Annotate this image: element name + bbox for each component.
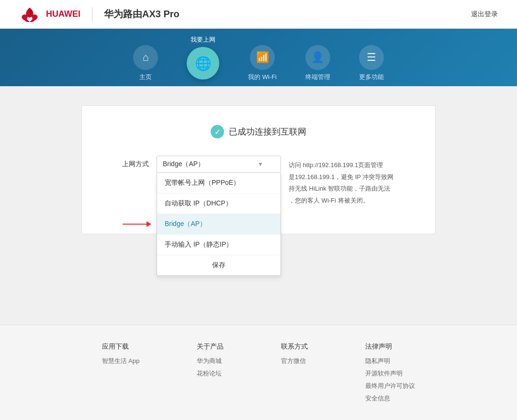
footer-link-opensource[interactable]: 开源软件声明 [365,369,415,378]
brand-name: HUAWEI [46,9,80,19]
main-content: ✓ 已成功连接到互联网 上网方式 Bridge（AP） ▼ 宽带帐号上网（PPP… [0,86,517,325]
nav-item-more[interactable]: ☰ 更多功能 [345,40,398,86]
selected-option-text: Bridge（AP） [163,160,204,169]
nav-wifi-label: 我的 Wi-Fi [248,73,277,81]
arrow-head-icon [146,221,151,227]
main-card: ✓ 已成功连接到互联网 上网方式 Bridge（AP） ▼ 宽带帐号上网（PPP… [81,105,436,234]
more-icon: ☰ [367,51,376,64]
info-text: 访问 http://192.168.199.1页面管理 是192.168.199… [289,159,406,207]
wifi-icon: 📶 [256,51,269,64]
select-display[interactable]: Bridge（AP） ▼ [157,156,281,173]
logo-area: HUAWEI 华为路由AX3 Pro [19,7,180,22]
arrow-indicator [123,221,151,227]
connection-form-row: 上网方式 Bridge（AP） ▼ 宽带帐号上网（PPPoE） 自动获取 IP（… [111,156,406,207]
footer-link-forum[interactable]: 花粉论坛 [197,369,224,378]
dropdown-item-dhcp[interactable]: 自动获取 IP（DHCP） [157,193,281,214]
navigation-bar: ⌂ 主页 我要上网 🌐 📶 我的 Wi-Fi 👤 终端管理 ☰ 更多功能 [0,29,517,86]
home-icon: ⌂ [142,51,148,64]
dropdown-item-bridge-text: Bridge（AP） [165,220,206,227]
footer-title-download: 应用下载 [102,342,140,351]
footer-col-download: 应用下载 智慧生活 App [102,342,140,403]
form-label-internet-mode: 上网方式 [111,156,149,169]
nav-item-home[interactable]: ⌂ 主页 [119,40,172,86]
success-banner: ✓ 已成功连接到互联网 [111,125,406,138]
nav-home-icon-circle: ⌂ [133,45,158,70]
success-message: 已成功连接到互联网 [229,126,306,137]
product-name: 华为路由AX3 Pro [104,8,180,21]
nav-item-wifi[interactable]: 📶 我的 Wi-Fi [234,40,291,86]
nav-internet-icon-circle: 🌐 [187,47,219,79]
footer-link-privacy[interactable]: 隐私声明 [365,357,415,365]
nav-home-label: 主页 [139,73,152,81]
dropdown-item-static[interactable]: 手动输入 IP（静态IP） [157,235,281,255]
footer-title-about: 关于产品 [197,342,224,351]
footer-title-legal: 法律声明 [365,342,415,351]
internet-mode-select: Bridge（AP） ▼ 宽带帐号上网（PPPoE） 自动获取 IP（DHCP） [157,156,281,173]
footer-link-vmall[interactable]: 华为商城 [197,357,224,365]
nav-devices-icon-circle: 👤 [305,45,330,70]
nav-item-internet[interactable]: 我要上网 🌐 [172,31,234,86]
dropdown-item-bridge[interactable]: Bridge（AP） [157,214,281,235]
nav-internet-label: 我要上网 [191,35,215,44]
footer-link-app[interactable]: 智慧生活 App [102,357,140,365]
footer-link-eula[interactable]: 最终用户许可协议 [365,382,415,390]
arrow-line [123,224,146,225]
footer-link-wechat[interactable]: 官方微信 [281,357,308,365]
footer-link-security[interactable]: 安全信息 [365,394,415,403]
success-check-icon: ✓ [211,125,224,138]
logout-button[interactable]: 退出登录 [471,10,498,19]
footer-col-contact: 联系方式 官方微信 [281,342,308,403]
save-button[interactable]: 保存 [157,255,281,275]
footer-title-contact: 联系方式 [281,342,308,351]
nav-more-icon-circle: ☰ [359,45,384,70]
huawei-logo [19,7,40,22]
footer-col-about: 关于产品 华为商城 花粉论坛 [197,342,224,403]
select-wrapper: Bridge（AP） ▼ 宽带帐号上网（PPPoE） 自动获取 IP（DHCP） [157,156,281,173]
footer: 应用下载 智慧生活 App 关于产品 华为商城 花粉论坛 联系方式 官方微信 法… [0,325,517,420]
dropdown-menu: 宽带帐号上网（PPPoE） 自动获取 IP（DHCP） Bridge（AP） 手… [157,173,281,276]
devices-icon: 👤 [311,51,324,64]
header: HUAWEI 华为路由AX3 Pro 退出登录 [0,0,517,29]
footer-inner: 应用下载 智慧生活 App 关于产品 华为商城 花粉论坛 联系方式 官方微信 法… [43,342,474,403]
internet-icon: 🌐 [195,56,212,71]
header-divider [92,7,92,22]
nav-devices-label: 终端管理 [305,73,330,81]
footer-col-legal: 法律声明 隐私声明 开源软件声明 最终用户许可协议 安全信息 [365,342,415,403]
nav-item-devices[interactable]: 👤 终端管理 [291,40,345,86]
nav-more-label: 更多功能 [359,73,384,81]
nav-wifi-icon-circle: 📶 [250,45,275,70]
chevron-down-icon: ▼ [258,161,263,168]
info-text-area: 访问 http://192.168.199.1页面管理 是192.168.199… [289,156,406,207]
dropdown-item-pppoe[interactable]: 宽带帐号上网（PPPoE） [157,173,281,193]
